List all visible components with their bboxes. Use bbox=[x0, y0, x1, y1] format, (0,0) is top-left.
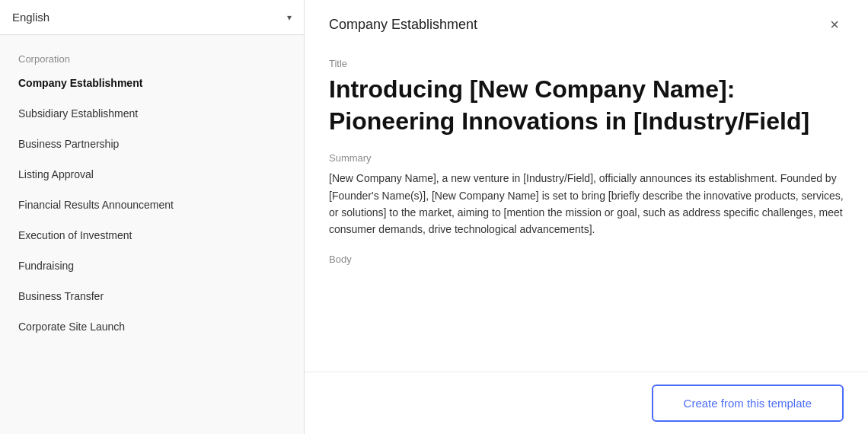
template-title: Introducing [New Company Name]: Pioneeri… bbox=[329, 74, 844, 137]
sidebar-item-fundraising[interactable]: Fundraising bbox=[0, 251, 304, 281]
language-selector-wrapper: English Japanese Chinese ▾ bbox=[0, 0, 304, 35]
right-panel: Company Establishment × Title Introducin… bbox=[305, 0, 868, 434]
panel-title: Company Establishment bbox=[329, 17, 477, 33]
left-panel: English Japanese Chinese ▾ Corporation C… bbox=[0, 0, 305, 434]
sidebar-item-listing-approval[interactable]: Listing Approval bbox=[0, 159, 304, 190]
sidebar-item-execution-of-investment[interactable]: Execution of Investment bbox=[0, 220, 304, 251]
nav-category-corporation: Corporation bbox=[0, 47, 304, 68]
summary-text: [New Company Name], a new venture in [In… bbox=[329, 170, 844, 238]
sidebar-item-corporate-site-launch[interactable]: Corporate Site Launch bbox=[0, 311, 304, 342]
sidebar-item-subsidiary-establishment[interactable]: Subsidiary Establishment bbox=[0, 98, 304, 129]
nav-list: Corporation Company Establishment Subsid… bbox=[0, 35, 304, 434]
panel-footer: Create from this template bbox=[305, 372, 868, 434]
summary-field-label: Summary bbox=[329, 152, 844, 164]
sidebar-item-financial-results-announcement[interactable]: Financial Results Announcement bbox=[0, 190, 304, 220]
panel-header: Company Establishment × bbox=[305, 0, 868, 46]
body-field-label: Body bbox=[329, 254, 844, 265]
language-select[interactable]: English Japanese Chinese bbox=[9, 6, 295, 28]
title-field-label: Title bbox=[329, 58, 844, 69]
close-button[interactable]: × bbox=[825, 15, 844, 34]
create-from-template-button[interactable]: Create from this template bbox=[652, 385, 844, 422]
sidebar-item-company-establishment[interactable]: Company Establishment bbox=[0, 68, 304, 98]
sidebar-item-business-partnership[interactable]: Business Partnership bbox=[0, 129, 304, 159]
sidebar-item-business-transfer[interactable]: Business Transfer bbox=[0, 281, 304, 311]
